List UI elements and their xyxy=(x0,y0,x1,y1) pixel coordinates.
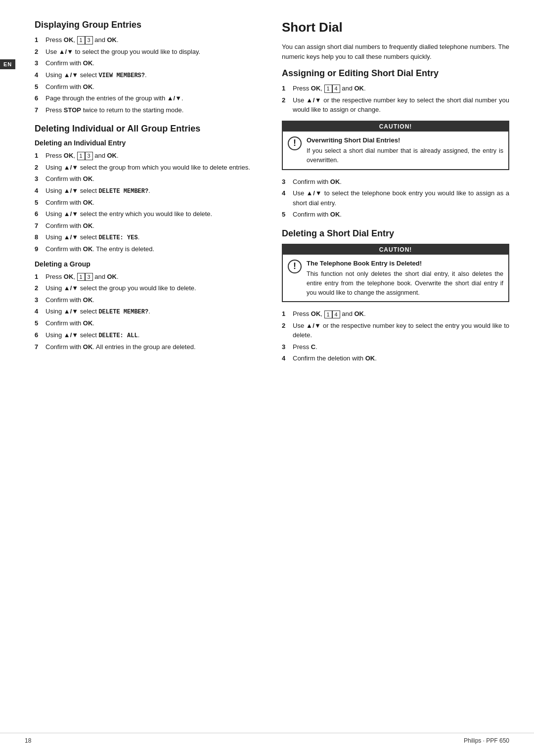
step-item: Confirm with OK. The entry is deleted. xyxy=(35,244,262,254)
step-item: Confirm with OK. xyxy=(35,82,262,92)
section-assigning-short-dial: Assigning or Editing Short Dial Entry Pr… xyxy=(282,68,509,220)
step-item: Confirm with OK. All entries in the grou… xyxy=(35,342,262,352)
caution-overwriting-short-dial: CAUTION! ! Overwriting Short Dial Entrie… xyxy=(282,121,509,170)
step-item: Confirm with OK. xyxy=(35,198,262,208)
step-item: Press OK, 13 and OK. xyxy=(35,151,262,161)
step-item: Confirm with OK. xyxy=(35,318,262,328)
short-dial-title: Short Dial xyxy=(282,20,509,35)
step-item: Confirm with OK. xyxy=(35,174,262,184)
assigning-short-dial-steps: Press OK, 14 and OK. Use ▲/▼ or the resp… xyxy=(282,84,509,115)
caution-title-2: The Telephone Book Entry is Deleted! xyxy=(307,259,503,268)
caution-telephone-book-deleted: CAUTION! ! The Telephone Book Entry is D… xyxy=(282,244,509,303)
caution-header: CAUTION! xyxy=(283,122,508,132)
deleting-group-steps: Press OK, 13 and OK. Using ▲/▼ select th… xyxy=(35,272,262,352)
section-deleting-short-dial: Deleting a Short Dial Entry CAUTION! ! T… xyxy=(282,228,509,363)
step-item: Press OK, 14 and OK. xyxy=(282,309,509,319)
caution-description: If you select a short dial number that i… xyxy=(307,147,503,164)
footer-page-number: 18 xyxy=(25,737,31,744)
footer: 18 Philips · PPF 650 xyxy=(0,733,534,744)
step-item: Using ▲/▼ select DELETE: YES. xyxy=(35,232,262,242)
right-column: Short Dial You can assign short dial num… xyxy=(282,20,509,372)
caution-header-2: CAUTION! xyxy=(283,245,508,255)
caution-icon-2: ! xyxy=(288,260,302,273)
step-item: Use ▲/▼ to select the telephone book ent… xyxy=(282,188,509,208)
en-badge: EN xyxy=(0,59,15,69)
step-item: Confirm with OK. xyxy=(35,295,262,305)
step-item: Using ▲/▼ select DELETE MEMBER?. xyxy=(35,186,262,196)
step-item: Using ▲/▼ select the group from which yo… xyxy=(35,163,262,173)
step-item: Press C. xyxy=(282,342,509,352)
step-item: Using ▲/▼ select VIEW MEMBERS?. xyxy=(35,70,262,80)
step-item: Press OK, 14 and OK. xyxy=(282,84,509,93)
caution-text: Overwriting Short Dial Entries! If you s… xyxy=(307,135,503,165)
step-item: Press OK, 13 and OK. xyxy=(35,272,262,282)
caution-title: Overwriting Short Dial Entries! xyxy=(307,135,503,145)
step-item: Using ▲/▼ select DELETE MEMBER?. xyxy=(35,307,262,316)
caution-text-2: The Telephone Book Entry is Deleted! Thi… xyxy=(307,259,503,298)
step-item: Confirm with OK. xyxy=(35,221,262,231)
step-item: Using ▲/▼ select the entry which you wou… xyxy=(35,209,262,219)
left-column: Displaying Group Entries Press OK, 13 an… xyxy=(25,20,262,372)
deleting-group-entries-title: Deleting Individual or All Group Entries xyxy=(35,124,262,134)
caution-body: ! Overwriting Short Dial Entries! If you… xyxy=(283,132,508,169)
deleting-short-dial-title: Deleting a Short Dial Entry xyxy=(282,228,509,239)
displaying-group-entries-steps: Press OK, 13 and OK. Use ▲/▼ to select t… xyxy=(35,35,262,115)
deleting-short-dial-steps: Press OK, 14 and OK. Use ▲/▼ or the resp… xyxy=(282,309,509,363)
caution-description-2: This function not only deletes the short… xyxy=(307,270,503,296)
step-item: Confirm the deletion with OK. xyxy=(282,354,509,363)
section-displaying-group-entries: Displaying Group Entries Press OK, 13 an… xyxy=(35,20,262,115)
step-item: Page through the entries of the group wi… xyxy=(35,93,262,103)
deleting-individual-entry-steps: Press OK, 13 and OK. Using ▲/▼ select th… xyxy=(35,151,262,254)
deleting-group-title: Deleting a Group xyxy=(35,260,262,268)
footer-product-name: Philips · PPF 650 xyxy=(464,737,509,744)
page: EN Displaying Group Entries Press OK, 13… xyxy=(0,0,534,756)
caution-icon: ! xyxy=(288,136,302,150)
step-item: Use ▲/▼ or the respective number key to … xyxy=(282,321,509,340)
step-item: Press STOP twice to return to the starti… xyxy=(35,105,262,115)
step-item: Confirm with OK. xyxy=(35,58,262,68)
step-item: Press OK, 13 and OK. xyxy=(35,35,262,45)
deleting-individual-entry-title: Deleting an Individual Entry xyxy=(35,139,262,147)
assigning-short-dial-title: Assigning or Editing Short Dial Entry xyxy=(282,68,509,79)
step-item: Confirm with OK. xyxy=(282,210,509,220)
step-item: Using ▲/▼ select DELETE: ALL. xyxy=(35,330,262,340)
caution-body-2: ! The Telephone Book Entry is Deleted! T… xyxy=(283,255,508,302)
step-item: Use ▲/▼ or the respective number key to … xyxy=(282,95,509,115)
section-deleting-group-entries: Deleting Individual or All Group Entries… xyxy=(35,124,262,352)
step-item: Using ▲/▼ select the group you would lik… xyxy=(35,283,262,293)
step-item: Confirm with OK. xyxy=(282,177,509,187)
step-item: Use ▲/▼ to select the group you would li… xyxy=(35,47,262,57)
displaying-group-entries-title: Displaying Group Entries xyxy=(35,20,262,30)
assigning-short-dial-steps-cont: Confirm with OK. Use ▲/▼ to select the t… xyxy=(282,177,509,220)
short-dial-intro: You can assign short dial numbers to fre… xyxy=(282,42,509,61)
